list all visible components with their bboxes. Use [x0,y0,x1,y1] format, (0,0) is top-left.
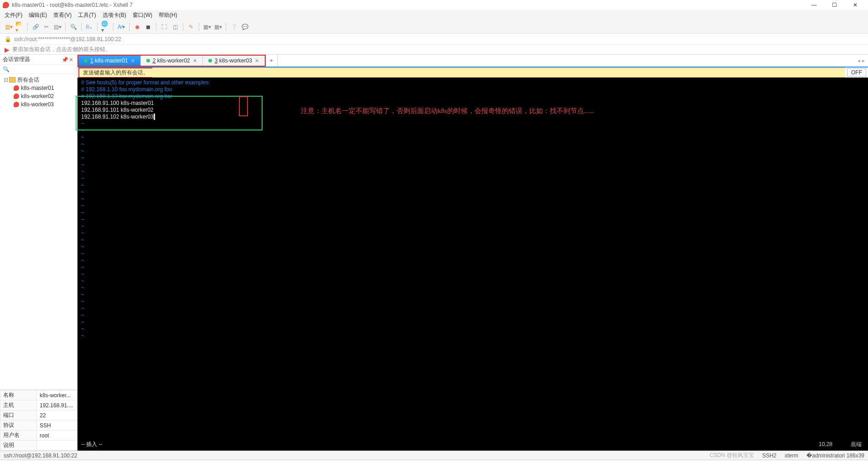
prop-val: 192.168.91.... [37,400,77,410]
broadcast-off-button[interactable]: OFF [847,68,866,77]
prop-val: SSH [37,420,77,431]
menubar: 文件(F) 编辑(E) 查看(V) 工具(T) 选项卡(B) 窗口(W) 帮助(… [0,10,868,20]
hint-text: 要添加当前会话，点击左侧的箭头按钮。 [12,46,111,53]
cursor [154,114,155,120]
sidebar-title: 会话管理器 [3,56,30,63]
main-area: 1 k8s-master01 ✕ 2 k8s-worker02 ✕ 3 k8s-… [78,55,868,451]
term-tilde: ~ [81,120,864,127]
copy-icon[interactable]: ⎘▾ [85,23,93,31]
term-tilde: ~ [81,285,864,291]
term-tilde: ~ [81,326,864,332]
term-loc: 底端 [851,441,862,448]
term-mode: -- 插入 -- [81,441,103,448]
menu-window[interactable]: 窗口(W) [133,11,152,19]
unlink-icon[interactable]: ✂ [42,23,51,31]
prop-key: 协议 [0,420,37,431]
menu-help[interactable]: 帮助(H) [159,11,177,19]
sidebar-close-icon[interactable]: ✕ [68,57,74,63]
prop-key: 主机 [0,400,37,410]
menu-edit[interactable]: 编辑(E) [29,11,47,19]
font-icon[interactable]: A⁄▾ [117,23,125,31]
link-icon[interactable]: 🔗 [31,23,40,31]
term-tilde: ~ [81,298,864,305]
term-tilde: ~ [81,148,864,155]
tree-item-label: k8s-worker03 [21,101,54,108]
highlight-icon[interactable]: ✎ [187,23,195,31]
sidebar: 会话管理器 📌 ✕ 🔍 ⊟ 所有会话 k8s-master01 k8s-work… [0,55,78,451]
prop-val [37,441,77,451]
term-tilde: ~ [81,196,864,202]
term-tilde: ~ [81,237,864,244]
tab-worker02[interactable]: 2 k8s-worker02 ✕ [141,56,203,66]
props-icon[interactable]: ▤▾ [53,23,62,31]
address-bar[interactable]: 🔒 ssh://root:***************@192.168.91.… [0,34,868,45]
collapse-icon[interactable]: ⊟ [4,77,9,83]
maximize-button[interactable]: ☐ [824,0,845,10]
tab-label: k8s-worker03 [219,57,252,64]
close-button[interactable]: ✕ [845,0,865,10]
statusbar: ssh://root@192.168.91.100:22 CSDN @轻风宝宝 … [0,451,868,460]
tab-worker03[interactable]: 3 k8s-worker03 ✕ [203,56,265,66]
term-line: 192.168.91.102 k8s-worker03 [81,114,154,120]
menu-tools[interactable]: 工具(T) [78,11,96,19]
term-tilde: ~ [81,141,864,148]
terminal[interactable]: # See hosts(5) for proper format and oth… [78,78,868,451]
stop-icon[interactable]: ◼ [144,23,152,31]
term-tilde: ~ [81,189,864,196]
record-icon[interactable]: ◉ [133,23,141,31]
tree-root[interactable]: ⊟ 所有会话 [0,76,77,84]
session-icon [14,102,19,107]
tab-close-icon[interactable]: ✕ [255,58,259,64]
prop-val: 22 [37,410,77,420]
term-tilde: ~ [81,216,864,223]
status-ssh: SSH2 [762,452,776,459]
menu-view[interactable]: 查看(V) [53,11,72,19]
toolbar: ▥▾ 📂▾ 🔗 ✂ ▤▾ 🔍 ⎘▾ 🌐▾ A⁄▾ ◉ ◼ ⛶ ◫ ✎ ▦▾ ▦▾… [0,20,868,34]
properties-panel: 名称k8s-worker... 主机192.168.91.... 端口22 协议… [0,389,77,451]
new-session-icon[interactable]: ▥▾ [5,23,13,31]
tab-num: 2 [153,57,156,64]
term-line: # 192.168.1.13 bar.mydomain.org bar [81,93,864,100]
term-line: # 192.168.1.10 foo.mydomain.org foo [81,86,864,93]
prop-val: root [37,431,77,441]
tab-close-icon[interactable]: ✕ [131,58,135,64]
layout1-icon[interactable]: ▦▾ [203,23,211,31]
tree-item-label: k8s-worker02 [21,93,54,99]
chat-icon[interactable]: 💬 [241,23,249,31]
menu-file[interactable]: 文件(F) [5,11,22,19]
fullscreen-icon[interactable]: ⛶ [160,23,168,31]
term-tilde: ~ [81,278,864,285]
term-tilde: ~ [81,244,864,250]
tree-item-master01[interactable]: k8s-master01 [0,84,77,92]
tab-nav-icon[interactable]: ◂ ▸ [854,55,868,67]
tab-add-button[interactable]: + [266,55,278,67]
tab-label: k8s-worker02 [157,57,190,64]
term-tilde: ~ [81,305,864,312]
minimize-button[interactable]: — [804,0,824,10]
term-tilde: ~ [81,291,864,298]
term-tilde: ~ [81,209,864,216]
app-icon [3,2,9,8]
tree-item-worker02[interactable]: k8s-worker02 [0,92,77,100]
tree-item-worker03[interactable]: k8s-worker03 [0,100,77,109]
search-icon[interactable]: 🔍 [69,23,78,31]
term-tilde: ~ [81,161,864,168]
lock-icon: 🔒 [5,36,11,42]
broadcast-msg: 发送键盘输入的所有会话。 [78,67,153,78]
term-tilde: ~ [81,332,864,339]
tab-master01[interactable]: 1 k8s-master01 ✕ [78,56,141,66]
tree-item-label: k8s-master01 [21,85,54,91]
globe-icon[interactable]: 🌐▾ [101,23,109,31]
prop-key: 名称 [0,390,37,400]
status-term: xterm [785,452,798,459]
menu-tabs[interactable]: 选项卡(B) [103,11,126,19]
open-icon[interactable]: 📂▾ [16,23,24,31]
sidebar-search[interactable]: 🔍 [0,65,77,74]
help-icon[interactable]: ❔ [230,23,238,31]
transparent-icon[interactable]: ◫ [171,23,179,31]
term-line: 192.168.91.100 k8s-master01 [81,100,864,107]
pin-icon[interactable]: 📌 [62,57,68,63]
tab-num: 3 [215,57,218,64]
tab-close-icon[interactable]: ✕ [193,58,197,64]
layout2-icon[interactable]: ▦▾ [214,23,222,31]
